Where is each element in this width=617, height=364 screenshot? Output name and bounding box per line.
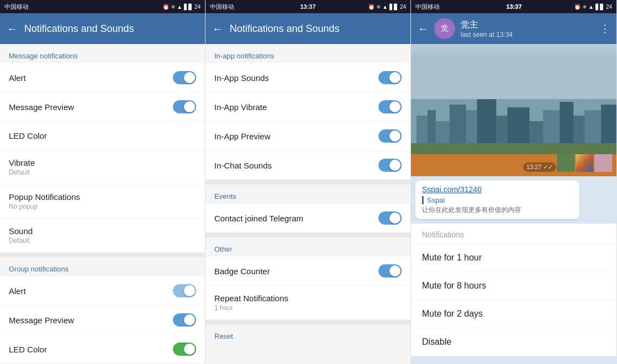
- settings-content-2: In-app notifications In-App Sounds In-Ap…: [205, 44, 410, 364]
- inapp-sounds-toggle[interactable]: [378, 71, 402, 84]
- group-led-label: LED Color: [9, 345, 47, 354]
- badge-counter-toggle[interactable]: [378, 264, 402, 278]
- dropdown-header: Notifications: [411, 224, 616, 244]
- inapp-preview-toggle[interactable]: [378, 129, 402, 143]
- app-bar-title-1: Notifications and Sounds: [24, 23, 198, 35]
- alarm-icon: ⏰: [163, 4, 169, 10]
- divider-2a: [205, 180, 410, 184]
- message-link[interactable]: Sspai.com/31240: [422, 185, 573, 194]
- led-color-label: LED Color: [9, 131, 47, 140]
- signal-icon-2: ▋▊: [389, 4, 398, 10]
- carrier-2: 中国移动: [210, 3, 234, 11]
- divider-2b: [205, 233, 410, 237]
- wifi-icon-2: ▲: [382, 4, 388, 10]
- setting-inchat-sounds[interactable]: In-Chat Sounds: [205, 151, 410, 180]
- vibrate-label: Vibrate: [9, 158, 35, 167]
- group-message-preview-toggle[interactable]: [173, 313, 196, 327]
- chat-back-button[interactable]: ←: [418, 23, 429, 35]
- setting-inapp-preview[interactable]: In-App Preview: [205, 122, 410, 151]
- back-button-1[interactable]: ←: [7, 23, 18, 35]
- panel-notifications-settings-2: 中国移动 13:37 ⏰ ✳ ▲ ▋▊ 24 ← Notifications a…: [205, 0, 411, 364]
- settings-content-1: Message notifications Alert Message Prev…: [0, 44, 205, 364]
- back-button-2[interactable]: ←: [212, 23, 223, 35]
- more-button[interactable]: ⋮: [600, 23, 610, 35]
- setting-group-message-preview[interactable]: Message Preview: [0, 306, 205, 335]
- setting-contact-joined[interactable]: Contact joined Telegram: [205, 204, 410, 233]
- message-preview-toggle[interactable]: [173, 100, 196, 113]
- divider-2c: [205, 320, 410, 324]
- status-icons-2: ⏰ ✳ ▲ ▋▊ 24: [368, 4, 406, 10]
- setting-group-alert[interactable]: Alert: [0, 276, 205, 306]
- inchat-sounds-toggle[interactable]: [378, 159, 402, 172]
- bt-icon-3: ✳: [582, 4, 587, 10]
- notifications-dropdown: Notifications Mute for 1 hour Mute for 8…: [411, 224, 616, 356]
- chat-app-bar: ← 觉 觉主 last seen at 13:34 ⋮: [411, 13, 616, 44]
- chat-name: 觉主: [461, 19, 594, 31]
- setting-sound[interactable]: Sound Default: [0, 219, 205, 253]
- repeat-notifications-sublabel: 1 hour: [214, 304, 288, 312]
- setting-inapp-sounds[interactable]: In-App Sounds: [205, 63, 410, 93]
- setting-inapp-vibrate[interactable]: In-App Vibrate: [205, 93, 410, 122]
- panel-notifications-settings: 中国移动 13:37 ⏰ ✳ ▲ ▋▊ 24 ← Notifications a…: [0, 0, 205, 364]
- bt-icon-2: ✳: [376, 4, 381, 10]
- status-bar-3: 中国移动 13:37 ⏰ ✳ ▲ ▋▊ 24: [411, 0, 616, 13]
- section-header-events: Events: [205, 184, 410, 204]
- mute-2d-item[interactable]: Mute for 2 days: [411, 300, 616, 328]
- sound-sublabel: Default: [9, 237, 33, 245]
- setting-popup[interactable]: Popup Notifications No popup: [0, 184, 205, 219]
- chat-background: 13:27 ✓✓ Sspai.com/31240 Sspai 让你在此处发现更多…: [411, 44, 616, 364]
- signal-icon-3: ▋▊: [596, 4, 604, 10]
- setting-message-preview[interactable]: Message Preview: [0, 93, 205, 122]
- mute-1h-item[interactable]: Mute for 1 hour: [411, 244, 616, 272]
- battery-label-2: 24: [400, 4, 406, 10]
- link-preview-text: 让你在此处发现更多有价值的内容: [422, 205, 573, 215]
- link-preview-name: Sspai: [422, 196, 573, 204]
- time-3: 13:37: [506, 3, 522, 10]
- status-icons-1: ⏰ ✳ ▲ ▋▊ 24: [163, 4, 201, 10]
- status-bar-1: 中国移动 13:37 ⏰ ✳ ▲ ▋▊ 24: [0, 0, 205, 13]
- section-header-inapp: In-app notifications: [205, 44, 410, 63]
- status-icons-3: ⏰ ✳ ▲ ▋▊ 24: [574, 4, 612, 10]
- section-header-group: Group notifications: [0, 257, 205, 276]
- section-header-reset: Reset: [205, 324, 410, 344]
- status-bar-2: 中国移动 13:37 ⏰ ✳ ▲ ▋▊ 24: [205, 0, 410, 13]
- contact-joined-toggle[interactable]: [378, 211, 402, 225]
- image-grid: [557, 154, 612, 172]
- signal-icon: ▋▊: [184, 4, 193, 10]
- setting-alert[interactable]: Alert: [0, 63, 205, 93]
- badge-counter-label: Badge Counter: [214, 267, 270, 276]
- wifi-icon-3: ▲: [588, 4, 594, 10]
- city-image: 13:27 ✓✓: [411, 44, 616, 176]
- section-header-message: Message notifications: [0, 44, 205, 63]
- wifi-icon: ▲: [177, 4, 182, 10]
- avatar: 觉: [434, 18, 455, 39]
- time-2: 13:37: [300, 3, 316, 10]
- setting-repeat-notifications[interactable]: Repeat Notifications 1 hour: [205, 286, 410, 320]
- thumbnail-3: [594, 154, 612, 172]
- disable-item[interactable]: Disable: [411, 328, 616, 356]
- setting-led-color[interactable]: LED Color: [0, 122, 205, 150]
- group-message-preview-label: Message Preview: [9, 316, 74, 325]
- bt-icon: ✳: [171, 4, 175, 10]
- group-led-toggle[interactable]: [173, 343, 196, 356]
- inapp-vibrate-toggle[interactable]: [378, 100, 402, 113]
- setting-vibrate[interactable]: Vibrate Default: [0, 150, 205, 184]
- mute-8h-item[interactable]: Mute for 8 hours: [411, 272, 616, 300]
- sound-label: Sound: [9, 226, 33, 236]
- setting-badge-counter[interactable]: Badge Counter: [205, 257, 410, 286]
- vibrate-sublabel: Default: [9, 169, 35, 176]
- thumbnail-1: [557, 154, 575, 172]
- chat-status: last seen at 13:34: [461, 31, 594, 39]
- alert-toggle[interactable]: [173, 71, 196, 84]
- app-bar-2: ← Notifications and Sounds: [205, 13, 410, 44]
- repeat-notifications-label: Repeat Notifications: [214, 294, 288, 303]
- app-bar-title-2: Notifications and Sounds: [230, 23, 404, 35]
- setting-group-led[interactable]: LED Color: [0, 335, 205, 364]
- group-alert-toggle[interactable]: [173, 284, 196, 297]
- alert-label: Alert: [9, 73, 26, 83]
- carrier-3: 中国移动: [415, 3, 440, 11]
- popup-sublabel: No popup: [9, 203, 80, 210]
- inapp-preview-label: In-App Preview: [214, 132, 270, 141]
- alarm-icon-3: ⏰: [574, 4, 581, 10]
- message-timestamp: 13:27 ✓✓: [523, 162, 556, 172]
